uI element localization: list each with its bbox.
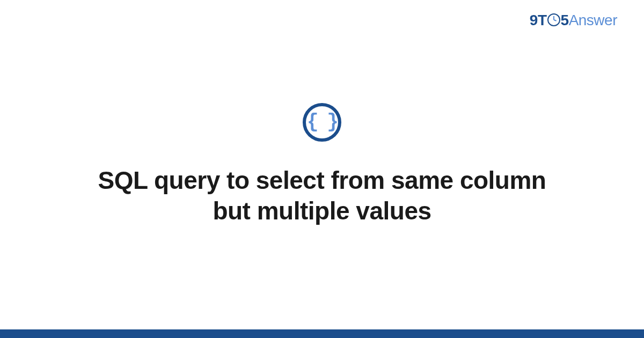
footer-accent-bar — [0, 329, 644, 338]
code-braces-icon: { } — [303, 103, 341, 142]
topic-icon-wrap: { } — [303, 103, 341, 142]
page-title: SQL query to select from same column but… — [86, 165, 558, 227]
main-content: { } SQL query to select from same column… — [0, 0, 644, 329]
